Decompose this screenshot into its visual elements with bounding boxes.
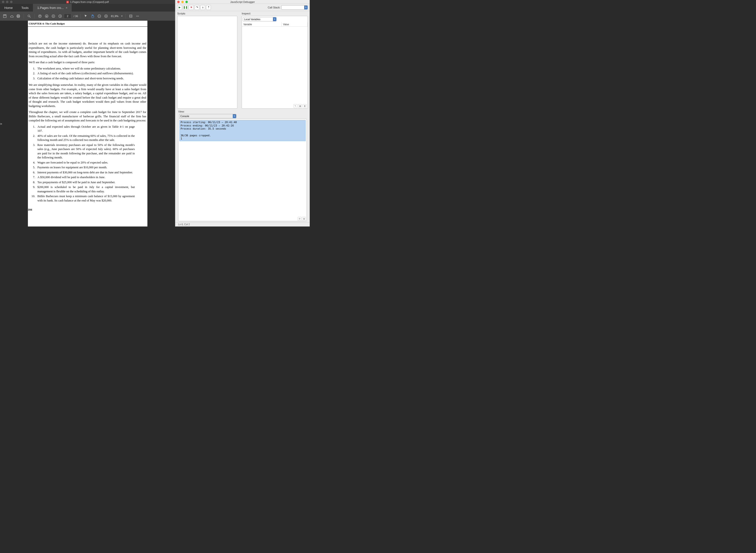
- scripts-list[interactable]: [177, 16, 237, 109]
- console-output[interactable]: Process starting: 06/11/23 – 20:41:40 Pr…: [179, 120, 306, 141]
- debugger-toolbar: ▶ ❚❚ ✕ ↷ ⇣ ⇡ Call Stack: ⇅: [175, 4, 310, 11]
- svg-point-20: [138, 16, 139, 17]
- console-panel[interactable]: Process starting: 06/11/23 – 20:41:40 Pr…: [178, 119, 307, 221]
- console-settings-icon[interactable]: ⚙: [298, 217, 302, 221]
- list-item: Calculation of the ending cash balance a…: [36, 76, 135, 81]
- minimize-window-icon[interactable]: [181, 1, 184, 3]
- svg-point-18: [136, 16, 137, 17]
- variable-column-header: Variable: [242, 22, 282, 26]
- inspect-panel: Local Variables ⇅ Variable Value ✎ ▦ 🗑: [242, 16, 308, 109]
- step-out-icon[interactable]: ⇡: [206, 5, 211, 10]
- page-body: (which are not on the income statement) …: [28, 27, 147, 208]
- minimize-dot-disabled: [6, 1, 8, 3]
- paragraph: We'll see that a cash budget is composed…: [29, 60, 146, 65]
- svg-line-6: [29, 17, 30, 17]
- view-label: View:: [178, 110, 185, 113]
- pdf-file-icon: A: [66, 1, 69, 3]
- svg-point-10: [59, 15, 62, 17]
- cloud-icon[interactable]: [9, 13, 14, 19]
- page-total-label: / 36: [74, 15, 78, 17]
- svg-point-19: [137, 16, 138, 17]
- view-select-value: Console: [180, 115, 189, 117]
- variables-list[interactable]: [242, 27, 308, 104]
- step-over-icon[interactable]: ↷: [195, 5, 199, 10]
- debugger-titlebar: JavaScript Debugger: [175, 0, 310, 4]
- stop-icon[interactable]: ✕: [189, 5, 194, 10]
- view-row: View:: [175, 110, 310, 113]
- close-window-icon[interactable]: [177, 1, 179, 3]
- document-viewport[interactable]: ▶ CHAPTER 4: The Cash Budget (which are …: [0, 21, 175, 227]
- toolbar-separator: [125, 14, 126, 18]
- status-bar: Ln 6, Col 2: [175, 222, 310, 227]
- toolbar-separator: [80, 14, 81, 18]
- svg-point-5: [28, 15, 30, 17]
- next-page-down-icon[interactable]: [44, 13, 50, 19]
- console-clear-icon[interactable]: 🗑: [302, 217, 306, 221]
- chapter-header: CHAPTER 4: The Cash Budget: [28, 21, 147, 27]
- close-dot-disabled: [2, 1, 4, 3]
- ordered-list: Actual and expected sales through Octobe…: [36, 125, 135, 203]
- maximize-window-icon[interactable]: [185, 1, 188, 3]
- list-item: Tax prepayments of $25,000 will be paid …: [36, 180, 135, 185]
- debugger-title: JavaScript Debugger: [230, 0, 255, 3]
- hand-tool-icon[interactable]: [90, 13, 95, 19]
- ordered-list: The worksheet area, where we will do som…: [36, 67, 135, 81]
- search-icon[interactable]: [26, 13, 32, 19]
- debug-panels: Scripts Inspect: Local Variables ⇅ Varia…: [175, 11, 310, 110]
- resume-icon[interactable]: ▶: [177, 5, 182, 10]
- list-item: Actual and expected sales through Octobe…: [36, 125, 135, 133]
- dropdown-arrow-icon: ⇅: [233, 114, 236, 118]
- document-tab-label: 1.Pages from cro...: [37, 6, 64, 10]
- svg-point-9: [52, 15, 55, 17]
- list-item: Bithlo Barbecues must keep a minimum cas…: [36, 194, 135, 203]
- delete-variable-icon[interactable]: 🗑: [303, 104, 307, 108]
- acrobat-toolbar: / 36 81,9% ▼: [0, 11, 175, 21]
- list-item: $200,000 is scheduled to be paid in July…: [36, 185, 135, 193]
- toolbar-separator: [23, 14, 24, 18]
- zoom-dot-disabled: [10, 1, 12, 3]
- zoom-value: 81,9%: [111, 15, 118, 17]
- scripts-column: Scripts: [177, 12, 237, 109]
- home-tab[interactable]: Home: [0, 4, 17, 11]
- list-item: Wages are forecasted to be equal to 20% …: [36, 161, 135, 165]
- nav-back-icon[interactable]: [51, 13, 56, 19]
- acrobat-title-text: 1.Pages from crop (Cropped).pdf: [70, 0, 109, 3]
- window-controls: [177, 1, 188, 3]
- print-icon[interactable]: [15, 13, 21, 19]
- zoom-dropdown-icon[interactable]: ▼: [121, 15, 123, 17]
- document-tab[interactable]: 1.Pages from cro... ×: [33, 4, 72, 11]
- close-tab-icon[interactable]: ×: [66, 6, 68, 10]
- paragraph: Throughout the chapter, we will create a…: [29, 110, 146, 123]
- svg-rect-1: [4, 15, 6, 16]
- tools-tab[interactable]: Tools: [17, 4, 33, 11]
- prev-page-up-icon[interactable]: [37, 13, 43, 19]
- window-controls-disabled: [2, 1, 12, 3]
- list-item: 40% of sales are for cash. Of the remain…: [36, 134, 135, 142]
- inspect-label: Inspect:: [242, 12, 308, 15]
- fit-width-icon[interactable]: [128, 13, 134, 19]
- more-tools-icon[interactable]: [135, 13, 140, 19]
- view-select[interactable]: Console ⇅: [179, 114, 236, 118]
- list-item: Raw materials inventory purchases are eq…: [36, 143, 135, 160]
- list-item: Interest payments of $30,000 on long-ter…: [36, 170, 135, 175]
- cursor-position: Ln 6, Col 2: [178, 223, 190, 226]
- acrobat-titlebar: A 1.Pages from crop (Cropped).pdf: [0, 0, 175, 4]
- inspect-column: Inspect: Local Variables ⇅ Variable Valu…: [242, 12, 308, 109]
- save-icon[interactable]: [2, 13, 8, 19]
- edit-variable-icon[interactable]: ✎: [294, 104, 297, 108]
- zoom-in-icon[interactable]: [103, 13, 109, 19]
- zoom-out-icon[interactable]: [96, 13, 102, 19]
- list-item: A listing of each of the cash inflows (c…: [36, 71, 135, 76]
- call-stack-select[interactable]: ⇅: [281, 5, 308, 10]
- step-into-icon[interactable]: ⇣: [200, 5, 205, 10]
- pause-icon[interactable]: ❚❚: [183, 5, 188, 10]
- sidebar-expand-icon[interactable]: ▶: [0, 122, 3, 126]
- paragraph: We are simplifying things somewhat. In r…: [29, 83, 146, 108]
- inspect-scope-select[interactable]: Local Variables ⇅: [243, 17, 277, 21]
- pointer-tool-icon[interactable]: [83, 13, 89, 19]
- page-number-input[interactable]: [64, 14, 71, 18]
- new-variable-icon[interactable]: ▦: [298, 104, 302, 108]
- list-item: A $50,000 dividend will be paid to share…: [36, 175, 135, 180]
- nav-forward-icon[interactable]: [57, 13, 63, 19]
- list-item: The worksheet area, where we will do som…: [36, 67, 135, 71]
